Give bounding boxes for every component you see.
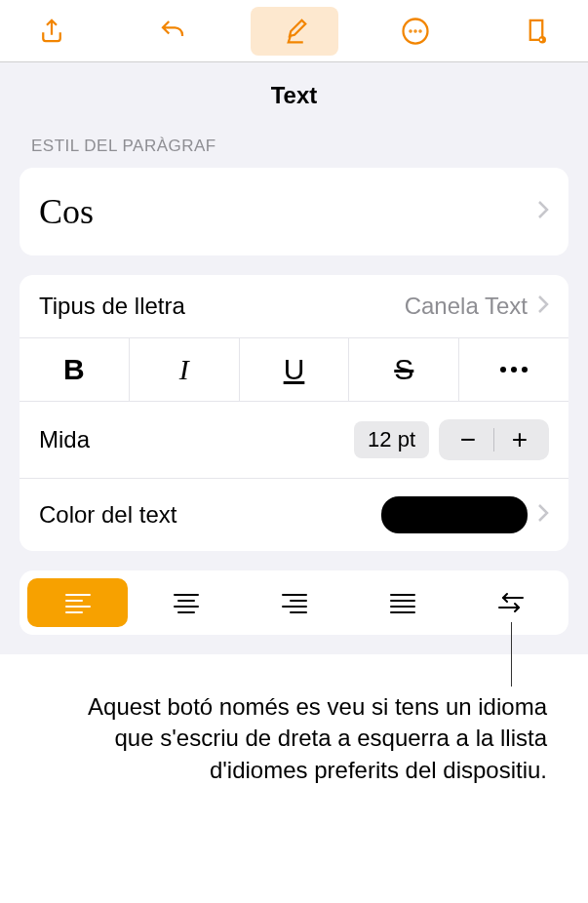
document-view-button[interactable]	[492, 7, 580, 56]
text-direction-button[interactable]	[460, 578, 561, 627]
svg-point-3	[419, 30, 420, 31]
undo-button[interactable]	[129, 7, 216, 56]
font-label: Tipus de lletra	[39, 293, 185, 320]
top-toolbar	[0, 0, 588, 62]
size-increase-button[interactable]: +	[494, 420, 545, 459]
callout: Aquest botó només es veu si tens un idio…	[0, 666, 588, 786]
align-justify-button[interactable]	[352, 578, 452, 627]
alignment-card	[20, 570, 568, 635]
italic-button[interactable]: I	[130, 338, 240, 401]
svg-point-2	[414, 30, 415, 31]
paragraph-style-row[interactable]: Cos	[20, 168, 568, 255]
paragraph-style-label: ESTIL DEL PARÀGRAF	[0, 137, 588, 168]
svg-point-1	[410, 30, 411, 31]
align-center-button[interactable]	[136, 578, 236, 627]
panel-title: Text	[0, 62, 588, 137]
ellipsis-icon	[500, 367, 528, 373]
paragraph-style-card: Cos	[20, 168, 568, 255]
underline-button[interactable]: U	[240, 338, 350, 401]
share-button[interactable]	[8, 7, 96, 56]
callout-leader-line	[511, 622, 512, 687]
svg-point-5	[540, 38, 543, 41]
format-panel: Text ESTIL DEL PARÀGRAF Cos Tipus de lle…	[0, 62, 588, 654]
text-color-swatch[interactable]	[381, 496, 528, 533]
align-left-button[interactable]	[27, 578, 128, 627]
bold-button[interactable]: B	[20, 338, 130, 401]
text-style-row: B I U S	[20, 338, 568, 402]
size-decrease-button[interactable]: −	[443, 420, 493, 459]
callout-text: Aquest botó només es veu si tens un idio…	[0, 666, 588, 786]
text-color-label: Color del text	[39, 501, 176, 529]
size-row: Mida 12 pt − +	[20, 402, 568, 479]
size-value-box[interactable]: 12 pt	[354, 421, 429, 458]
chevron-right-icon	[537, 294, 549, 318]
format-brush-button[interactable]	[251, 7, 338, 56]
size-label: Mida	[39, 426, 90, 453]
strikethrough-button[interactable]: S	[349, 338, 459, 401]
font-value: Canela Text	[405, 293, 528, 320]
font-row[interactable]: Tipus de lletra Canela Text	[20, 275, 568, 338]
size-stepper: − +	[439, 419, 549, 460]
text-color-row[interactable]: Color del text	[20, 479, 568, 551]
more-button[interactable]	[372, 7, 459, 56]
chevron-right-icon	[537, 503, 549, 527]
chevron-right-icon	[537, 200, 549, 223]
align-right-button[interactable]	[244, 578, 344, 627]
more-text-options-button[interactable]	[459, 338, 568, 401]
font-card: Tipus de lletra Canela Text B I U S Mida…	[20, 275, 568, 551]
paragraph-style-name: Cos	[39, 191, 94, 232]
